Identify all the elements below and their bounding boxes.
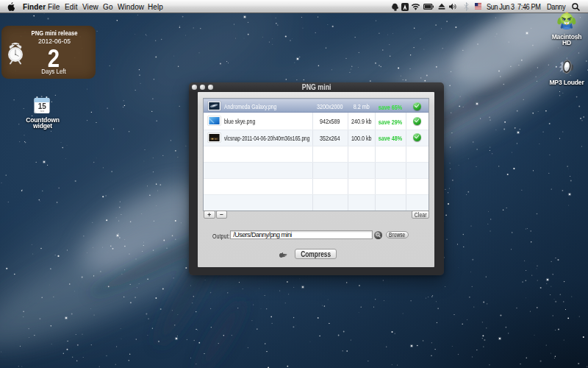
svg-text:15: 15: [38, 102, 47, 110]
svg-text:June: June: [40, 110, 44, 113]
